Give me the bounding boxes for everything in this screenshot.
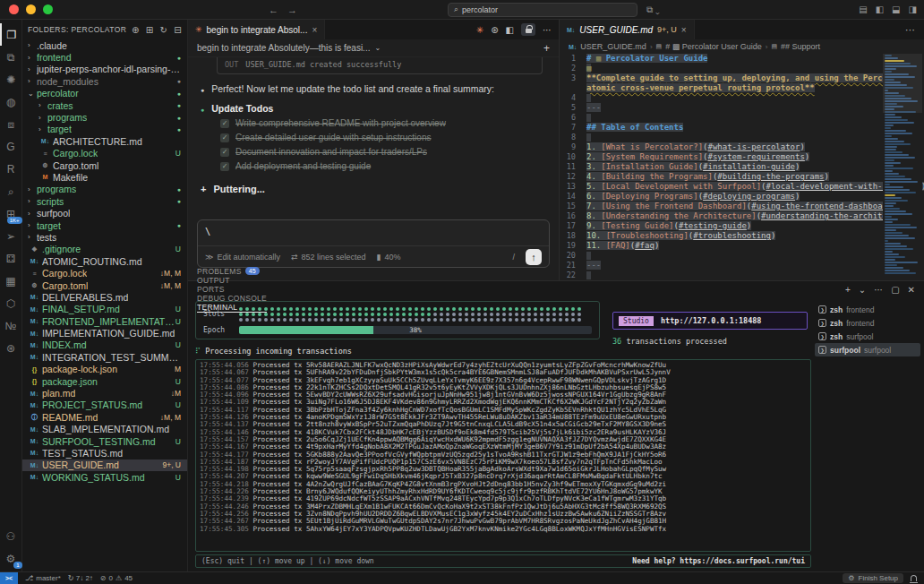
extensions-icon[interactable]: ⊞1K+ xyxy=(0,202,22,225)
finish-setup-button[interactable]: ⚙ Finish Setup xyxy=(843,573,903,583)
tree-file-cargo-toml[interactable]: ⚙Cargo.toml↓M, M xyxy=(22,279,187,291)
web-gear-icon[interactable]: ⊛ xyxy=(491,25,498,35)
tree-file-test-status-md[interactable]: M↓TEST_STATUS.md xyxy=(22,447,187,459)
r-extension-icon[interactable]: R xyxy=(0,158,22,180)
tree-file-atomic-routing-md[interactable]: M↓ATOMIC_ROUTING.md xyxy=(22,255,187,267)
nav-forward-icon[interactable]: → xyxy=(287,4,297,15)
numero-icon[interactable]: № xyxy=(0,314,22,337)
tree-file-makefile[interactable]: MMakefile xyxy=(22,171,187,183)
problems-status[interactable]: ⊘ 0 ⚠ 45 xyxy=(100,574,133,582)
terminal-session-zsh[interactable]: ❯zshfrontend xyxy=(815,316,920,330)
tree-folder-programs[interactable]: ›programs● xyxy=(22,184,187,195)
tool-output-box[interactable]: OUTUSER_GUIDE.md created successfully xyxy=(217,57,543,74)
explorer-icon[interactable]: ❐ xyxy=(0,23,22,46)
tree-file-user-guide-md[interactable]: M↓USER_GUIDE.md9+, U xyxy=(22,459,187,471)
chevron-down-icon[interactable]: ⌄ xyxy=(374,44,381,52)
tree-folder-target[interactable]: ›target● xyxy=(22,124,187,135)
lock-icon[interactable] xyxy=(521,23,535,36)
maximize-panel-icon[interactable]: ▢ xyxy=(891,285,899,295)
new-session-button[interactable]: + xyxy=(543,42,550,55)
tree-folder-crates[interactable]: ›crates● xyxy=(22,99,187,111)
tree-folder-target[interactable]: ›target● xyxy=(22,219,187,231)
tree-file-surfpool-testing-md[interactable]: M↓SURFPOOL_TESTING.mdU xyxy=(22,435,187,447)
robot-icon[interactable]: ⚃ xyxy=(0,247,22,270)
editor-tab[interactable]: M↓ USER_GUIDE.md 9+, U × xyxy=(560,20,695,39)
breadcrumb-item[interactable]: USER_GUIDE.md xyxy=(580,42,646,51)
more-actions-icon[interactable]: ⋯ xyxy=(543,25,552,35)
session-title[interactable]: begin to integrate Absolutely—this is fe… xyxy=(197,43,370,53)
tree-file-architecture-md[interactable]: M↓ARCHITECTURE.md xyxy=(22,135,187,147)
panel-tab-output[interactable]: OUTPUT xyxy=(197,276,267,285)
surfpool-terminal[interactable]: Slots Epoch 38% Studio xyxy=(195,301,811,568)
notifications-bell-icon[interactable] xyxy=(911,575,917,581)
account-icon[interactable]: ⚇ xyxy=(0,525,22,547)
editor-tab-close-icon[interactable]: × xyxy=(681,25,687,35)
gitlens-icon[interactable]: G xyxy=(0,135,22,158)
panel-tab-ports[interactable]: PORTS xyxy=(197,285,267,294)
tree-file-project-status-md[interactable]: M↓PROJECT_STATUS.mdU xyxy=(22,399,187,411)
tree-file-final-setup-md[interactable]: M↓FINAL_SETUP.mdU xyxy=(22,304,187,315)
chat-input-field[interactable]: \ xyxy=(198,220,549,245)
minimize-window-button[interactable] xyxy=(26,4,36,14)
tree-file-package-lock-json[interactable]: {}package-lock.jsonM xyxy=(22,364,187,375)
close-panel-icon[interactable]: ✕ xyxy=(908,285,915,295)
openai-icon[interactable]: ✺ xyxy=(0,68,22,90)
tree-folder-jupiter-perps-anchor-idl-parsing-main[interactable]: ›jupiter-perps-anchor-idl-parsing-main xyxy=(22,64,187,75)
breadcrumb-item[interactable]: # ▩ Percolator User Guide xyxy=(665,42,762,51)
terminal-session-zsh[interactable]: ❯zshfrontend xyxy=(815,303,920,316)
nav-back-icon[interactable]: ← xyxy=(269,4,278,15)
tree-file-cargo-lock[interactable]: ≡Cargo.lockU xyxy=(22,148,187,159)
documents-icon[interactable]: ⧉ xyxy=(0,46,22,68)
tree-file-slab-implementation-md[interactable]: M↓SLAB_IMPLEMENTATION.md xyxy=(22,424,187,435)
tree-file-cargo-toml[interactable]: ⚙Cargo.toml xyxy=(22,159,187,171)
tree-file-frontend-implementation-md[interactable]: M↓FRONTEND_IMPLEMENTATION.mdU xyxy=(22,315,187,327)
zoom-window-button[interactable] xyxy=(43,4,53,14)
slash-command-icon[interactable]: / xyxy=(512,253,515,262)
new-folder-icon[interactable]: ⊞ xyxy=(146,25,154,35)
tree-file-package-json[interactable]: {}package.jsonU xyxy=(22,375,187,387)
remote-indicator[interactable]: >< xyxy=(0,572,18,584)
transaction-log[interactable]: 17:55:44.056 Processed tx 5Rv58AERAZLJNL… xyxy=(195,359,811,552)
traffic-lights[interactable] xyxy=(9,4,53,14)
chat-tab[interactable]: ✳ begin to integrate Absol... × xyxy=(188,20,325,39)
claude-spark-icon[interactable]: ✳ xyxy=(476,25,483,35)
gift-icon[interactable]: ▦ xyxy=(0,270,22,292)
collapse-all-icon[interactable]: ⊟ xyxy=(174,25,182,35)
split-editor-icon[interactable]: ◧ xyxy=(506,25,514,35)
close-window-button[interactable] xyxy=(9,4,19,14)
tree-file-integration-test-summary-md[interactable]: M↓INTEGRATION_TEST_SUMMARY.md xyxy=(22,351,187,363)
git-sync-status[interactable]: ↻ 7↓ 2↑ xyxy=(68,574,93,582)
customize-layout-icon[interactable]: ▤ xyxy=(859,4,867,14)
breadcrumb[interactable]: M↓USER_GUIDE.md›▤# ▩ Percolator User Gui… xyxy=(560,39,924,54)
command-search-input[interactable]: ⌕ percolator xyxy=(448,3,637,17)
toggle-sidebar-icon[interactable]: ◧ xyxy=(876,4,884,14)
breadcrumb-item[interactable]: ## Support xyxy=(781,42,820,51)
send-icon[interactable]: ➢ xyxy=(0,225,22,247)
settings-gear-icon[interactable]: ⚙1 xyxy=(0,547,22,570)
panel-tab-problems[interactable]: PROBLEMS45 xyxy=(197,267,267,276)
tree-file-deliverables-md[interactable]: M↓DELIVERABLES.md xyxy=(22,291,187,303)
tree-folder--claude[interactable]: ›.claude xyxy=(22,39,187,51)
toggle-panel-icon[interactable]: ⬓ xyxy=(892,4,900,14)
chat-tab-close-icon[interactable]: × xyxy=(312,25,317,35)
tree-file-readme-md[interactable]: ⓘREADME.md↓M, M xyxy=(22,411,187,423)
tree-file--gitignore[interactable]: ◈.gitignoreU xyxy=(22,244,187,255)
code-editor[interactable]: 1# ▩ Percolator User Guide2▩3**Complete … xyxy=(560,54,924,280)
run-task-icon[interactable]: ⧉ ⌄ xyxy=(646,4,660,15)
refresh-icon[interactable]: ↻ xyxy=(159,25,167,35)
new-terminal-icon[interactable]: + xyxy=(845,285,851,295)
minimap-slider[interactable] xyxy=(883,54,922,113)
new-file-icon[interactable]: ⊕ xyxy=(132,25,140,35)
send-button[interactable]: ↑ xyxy=(526,249,542,265)
package-icon[interactable]: ⬡ xyxy=(0,292,22,314)
terminal-session-zsh[interactable]: ❯zshsurfpool xyxy=(815,330,920,343)
tree-file-cargo-lock[interactable]: ≡Cargo.lock↓M, M xyxy=(22,267,187,279)
tree-folder-percolator[interactable]: ⌄percolator● xyxy=(22,88,187,99)
tree-file-plan-md[interactable]: M↓plan.md↓M xyxy=(22,387,187,399)
toggle-secondary-sidebar-icon[interactable]: ◨ xyxy=(909,4,917,14)
tree-folder-programs[interactable]: ›programs● xyxy=(22,111,187,123)
edit-mode-toggle[interactable]: ≫ Edit automatically xyxy=(205,253,280,262)
terminal-dropdown-icon[interactable]: ⌄ xyxy=(859,285,866,295)
minimap[interactable] xyxy=(883,54,922,280)
tree-file-working-status-md[interactable]: M↓WORKING_STATUS.mdU xyxy=(22,471,187,483)
